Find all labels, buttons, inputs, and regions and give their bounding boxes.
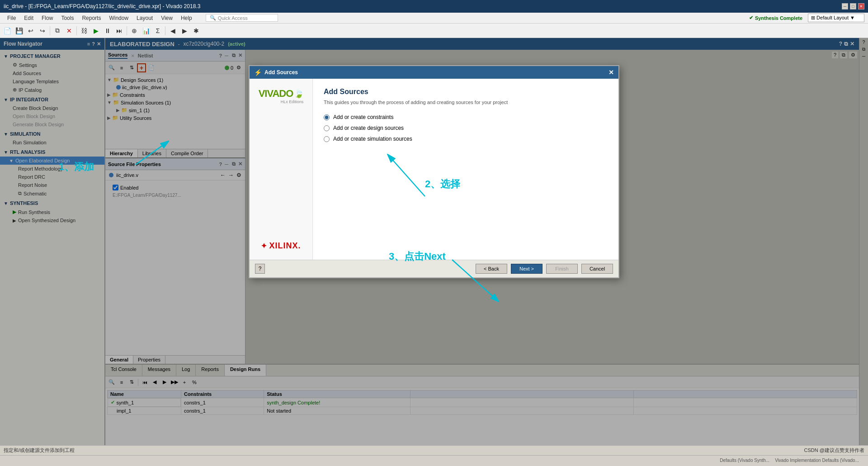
add-btn[interactable]: ⊕ (129, 25, 140, 36)
vivado-sub: HLx Editions (259, 100, 304, 104)
modal-help-btn[interactable]: ? (255, 264, 265, 274)
modal-footer: ? < Back Next > Finish Cancel (250, 260, 618, 277)
radio-simulation[interactable]: Add or create simulation sources (324, 136, 608, 142)
xilinx-logo: ✦ XILINX. (261, 241, 301, 251)
next-button[interactable]: Next > (511, 264, 542, 274)
menu-help[interactable]: Help (177, 14, 196, 22)
window-controls: ─ □ ✕ (842, 3, 864, 10)
radio-simulation-input[interactable] (324, 136, 330, 142)
check-icon: ✔ (749, 15, 753, 21)
toolbar: 📄 💾 ↩ ↪ ⧉ ✕ ⛓ ▶ ⏸ ⏭ ⊕ 📊 Σ ◀ ▶ ✱ (0, 24, 868, 38)
layout-dropdown[interactable]: ⊞ Default Layout ▼ (808, 14, 864, 22)
top-right-area: ✔ Synthesis Complete ⊞ Default Layout ▼ (749, 14, 864, 22)
chain-btn[interactable]: ⛓ (79, 25, 90, 36)
status-text-right: CSDN @建议点赞支持作者 (804, 447, 864, 454)
menu-view[interactable]: View (157, 14, 176, 22)
search-icon: 🔍 (210, 15, 216, 21)
leaf-icon: 🍃 (294, 89, 303, 99)
continue-btn[interactable]: ⏭ (114, 25, 125, 36)
modal-title-left: ⚡ Add Sources (254, 69, 298, 76)
delete-btn[interactable]: ✕ (64, 25, 75, 36)
menu-reports[interactable]: Reports (78, 14, 104, 22)
minimize-btn[interactable]: ─ (842, 3, 848, 10)
maximize-btn[interactable]: □ (850, 3, 856, 10)
radio-design-input[interactable] (324, 125, 330, 131)
synthesis-status: ✔ Synthesis Complete (749, 15, 802, 21)
close-btn[interactable]: ✕ (858, 3, 864, 10)
modal-heading: Add Sources (324, 88, 608, 96)
modal-title-text: Add Sources (264, 69, 298, 76)
radio-group: Add or create constraints Add or create … (324, 114, 608, 142)
title-bar: iic_drive - [E:/FPGA_Learn/FPGA/Day1127/… (0, 0, 868, 13)
modal-title-bar: ⚡ Add Sources ✕ (250, 66, 618, 79)
menu-bar: File Edit Flow Tools Reports Window Layo… (4, 14, 278, 22)
modal-content: Add Sources This guides you through the … (313, 79, 618, 260)
radio-constraints-input[interactable] (324, 114, 330, 120)
new-file-btn[interactable]: 📄 (2, 25, 13, 36)
modal-close-btn[interactable]: ✕ (609, 69, 614, 76)
modal-body: VIVADO 🍃 HLx Editions ✦ XILINX. Add Sour… (250, 79, 618, 260)
forward-btn[interactable]: ▶ (179, 25, 190, 36)
menu-edit[interactable]: Edit (20, 14, 37, 22)
quick-access-input[interactable]: 🔍 Quick Access (206, 14, 278, 22)
menu-tools[interactable]: Tools (57, 14, 77, 22)
radio-constraints[interactable]: Add or create constraints (324, 114, 608, 120)
menu-window[interactable]: Window (105, 14, 132, 22)
modal-overlay: ⚡ Add Sources ✕ VIVADO 🍃 HLx Editions (0, 38, 868, 445)
modal-footer-buttons: < Back Next > Finish Cancel (476, 264, 613, 274)
cancel-button[interactable]: Cancel (581, 264, 613, 274)
vivado-logo: VIVADO 🍃 (259, 88, 304, 100)
chevron-down-icon: ▼ (850, 15, 855, 20)
step-btn[interactable]: ⏸ (102, 25, 113, 36)
status-bar: 指定和/或创建源文件添加到工程 CSDN @建议点赞支持作者 (0, 445, 868, 455)
grid-icon: ⊞ (811, 15, 815, 20)
copy-btn[interactable]: ⧉ (52, 25, 63, 36)
star-btn[interactable]: ✱ (191, 25, 202, 36)
finish-button[interactable]: Finish (546, 264, 578, 274)
back-btn[interactable]: ◀ (167, 25, 178, 36)
xilinx-icon: ✦ (261, 242, 267, 250)
bottom-info-bar: Defaults (Vivado Synth... Vivado Impleme… (0, 455, 868, 465)
vivado-brand: VIVADO 🍃 HLx Editions (259, 88, 304, 104)
status-text-left: 指定和/或创建源文件添加到工程 (4, 447, 75, 454)
menu-file[interactable]: File (4, 14, 19, 22)
back-button[interactable]: < Back (476, 264, 507, 274)
modal-description: This guides you through the process of a… (324, 100, 608, 105)
modal-brand: VIVADO 🍃 HLx Editions ✦ XILINX. (250, 79, 313, 260)
run-btn[interactable]: ▶ (90, 25, 101, 36)
menu-flow[interactable]: Flow (38, 14, 57, 22)
window-title: iic_drive - [E:/FPGA_Learn/FPGA/Day1127/… (4, 3, 200, 10)
report-btn[interactable]: 📊 (141, 25, 151, 36)
sum-btn[interactable]: Σ (152, 25, 163, 36)
redo-btn[interactable]: ↪ (37, 25, 48, 36)
save-btn[interactable]: 💾 (14, 25, 24, 36)
radio-design[interactable]: Add or create design sources (324, 125, 608, 131)
add-sources-modal: ⚡ Add Sources ✕ VIVADO 🍃 HLx Editions (249, 65, 619, 278)
undo-btn[interactable]: ↩ (25, 25, 36, 36)
modal-icon: ⚡ (254, 69, 262, 76)
menu-layout[interactable]: Layout (133, 14, 156, 22)
